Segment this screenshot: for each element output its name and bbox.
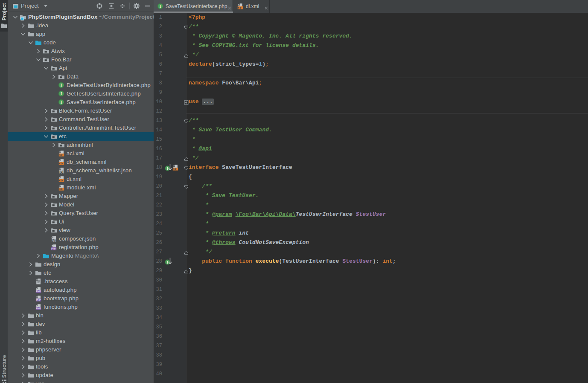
svg-text:I: I [61, 83, 62, 87]
svg-text:PHP: PHP [36, 290, 41, 293]
svg-text:I: I [61, 92, 62, 96]
svg-text:PHP: PHP [51, 247, 56, 250]
svg-text:I: I [61, 100, 62, 104]
svg-text:I: I [160, 4, 161, 9]
svg-text:PHP: PHP [36, 299, 41, 301]
svg-text:PHP: PHP [36, 307, 41, 310]
